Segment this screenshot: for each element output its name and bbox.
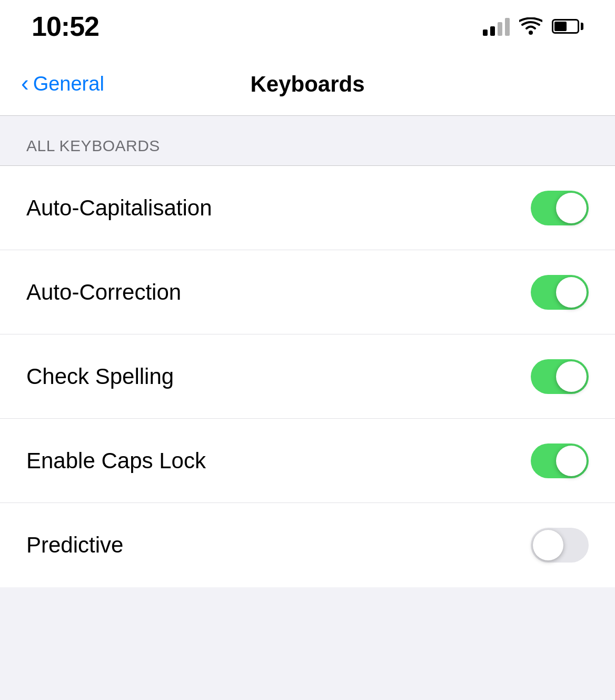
- nav-bar: ‹ General Keyboards: [0, 53, 615, 116]
- status-time: 10:52: [32, 11, 99, 42]
- section-header-label: ALL KEYBOARDS: [26, 137, 160, 154]
- toggle-predictive[interactable]: [531, 528, 589, 563]
- status-bar: 10:52: [0, 0, 615, 53]
- toggle-enable-caps-lock[interactable]: [531, 443, 589, 478]
- settings-row-auto-correction: Auto-Correction: [0, 250, 615, 334]
- back-chevron-icon: ‹: [21, 72, 29, 95]
- settings-row-auto-capitalisation: Auto-Capitalisation: [0, 166, 615, 250]
- toggle-knob-auto-capitalisation: [556, 193, 587, 223]
- back-button[interactable]: ‹ General: [21, 73, 104, 95]
- settings-list: Auto-CapitalisationAuto-CorrectionCheck …: [0, 166, 615, 587]
- settings-label-auto-capitalisation: Auto-Capitalisation: [26, 195, 212, 221]
- settings-row-enable-caps-lock: Enable Caps Lock: [0, 419, 615, 503]
- settings-row-predictive: Predictive: [0, 503, 615, 587]
- svg-point-0: [529, 31, 533, 35]
- settings-label-enable-caps-lock: Enable Caps Lock: [26, 448, 206, 474]
- battery-icon: [552, 19, 583, 34]
- toggle-knob-auto-correction: [556, 277, 587, 308]
- toggle-auto-capitalisation[interactable]: [531, 191, 589, 225]
- back-button-label: General: [33, 73, 104, 95]
- page-title: Keyboards: [250, 72, 364, 97]
- toggle-check-spelling[interactable]: [531, 359, 589, 394]
- toggle-knob-enable-caps-lock: [556, 446, 587, 476]
- toggle-knob-check-spelling: [556, 361, 587, 392]
- settings-label-predictive: Predictive: [26, 533, 123, 558]
- status-icons: [483, 17, 583, 36]
- settings-row-check-spelling: Check Spelling: [0, 334, 615, 419]
- signal-icon: [483, 17, 510, 36]
- settings-label-check-spelling: Check Spelling: [26, 364, 174, 389]
- section-header: ALL KEYBOARDS: [0, 116, 615, 165]
- toggle-auto-correction[interactable]: [531, 275, 589, 310]
- settings-label-auto-correction: Auto-Correction: [26, 280, 181, 305]
- toggle-knob-predictive: [533, 530, 563, 560]
- wifi-icon: [519, 17, 542, 35]
